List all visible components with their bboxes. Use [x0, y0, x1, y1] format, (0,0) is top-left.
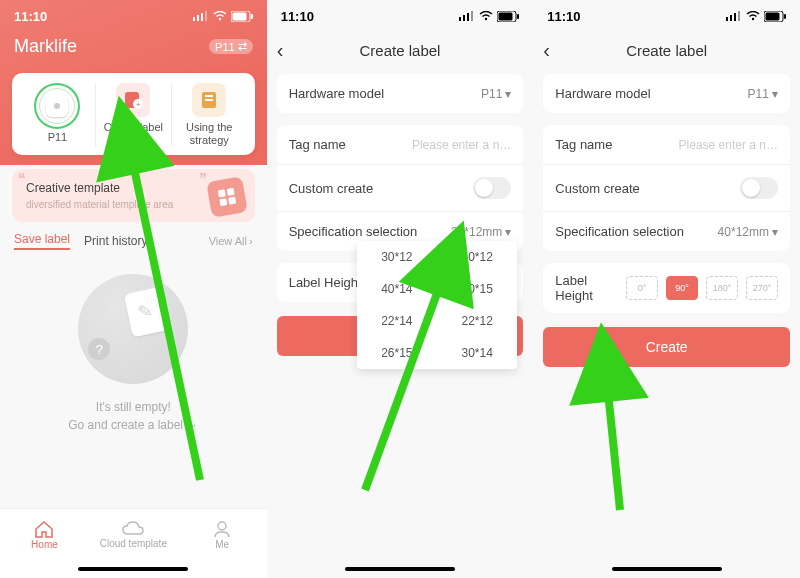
back-button[interactable]: ‹	[277, 39, 284, 62]
status-time: 11:10	[547, 9, 580, 24]
svg-rect-27	[726, 17, 728, 21]
printer-badge-label: P11	[215, 41, 235, 53]
creative-template-banner[interactable]: Creative template diversified material t…	[12, 169, 255, 222]
chevron-right-icon: ›	[249, 235, 253, 247]
status-time: 11:10	[14, 9, 47, 24]
back-button[interactable]: ‹	[543, 39, 550, 62]
rotation-0[interactable]: 0°	[626, 276, 658, 300]
spec-label: Specification selection	[289, 224, 418, 239]
tab-print-history[interactable]: Print history	[84, 234, 147, 248]
spec-option[interactable]: 22*12	[437, 305, 517, 337]
svg-rect-17	[228, 197, 236, 205]
wifi-icon	[479, 11, 493, 21]
signal-icon	[193, 11, 209, 21]
settings-card: Tag name Please enter a n… Custom create…	[277, 125, 524, 251]
spec-option[interactable]: 30*14	[437, 337, 517, 369]
custom-create-row: Custom create	[543, 164, 790, 211]
header: 11:10 Marklife P11 ⇄ P11	[0, 0, 267, 165]
hardware-card: Hardware model P11▾	[277, 74, 524, 113]
signal-icon	[726, 11, 742, 21]
svg-rect-34	[784, 14, 786, 19]
top-nav: ‹ Create label	[533, 32, 800, 68]
nav-me[interactable]: Me	[178, 509, 267, 560]
rotation-270[interactable]: 270°	[746, 276, 778, 300]
tag-name-input[interactable]: Please enter a n…	[679, 138, 778, 152]
create-button[interactable]: Create	[543, 327, 790, 367]
tag-name-input[interactable]: Please enter a n…	[412, 138, 511, 152]
printer-label: P11	[48, 131, 68, 143]
custom-create-toggle[interactable]	[473, 177, 511, 199]
spec-option[interactable]: 50*15	[437, 273, 517, 305]
svg-rect-16	[219, 198, 227, 206]
custom-create-toggle[interactable]	[740, 177, 778, 199]
strategy-button[interactable]: Using the strategy	[171, 83, 247, 147]
view-all-link[interactable]: View All ›	[209, 235, 253, 247]
label-height-label: Label Height	[289, 275, 362, 290]
spec-option[interactable]: 40*12	[437, 241, 517, 273]
spec-option[interactable]: 22*14	[357, 305, 437, 337]
wifi-icon	[746, 11, 760, 21]
screen-create-label-dropdown: 11:10 ‹ Create label Hardware model P11▾…	[267, 0, 534, 578]
battery-icon	[764, 11, 786, 22]
empty-text: It's still empty! Go and create a label …	[68, 398, 198, 434]
nav-cloud-template[interactable]: Cloud template	[89, 509, 178, 560]
svg-rect-13	[205, 99, 213, 101]
create-label-icon: +	[116, 83, 150, 117]
svg-rect-33	[765, 12, 779, 20]
svg-rect-3	[205, 11, 207, 21]
svg-rect-15	[226, 188, 234, 196]
status-indicators	[193, 11, 253, 22]
hardware-model-row[interactable]: Hardware model P11▾	[277, 74, 524, 113]
printer-badge[interactable]: P11 ⇄	[209, 39, 253, 54]
status-time: 11:10	[281, 9, 314, 24]
spec-option[interactable]: 26*15	[357, 337, 437, 369]
label-height-card: Label Height 0° 90° 180° 270°	[543, 263, 790, 313]
swap-icon: ⇄	[238, 40, 247, 53]
top-nav: ‹ Create label	[267, 32, 534, 68]
status-indicators	[459, 11, 519, 22]
tag-name-label: Tag name	[289, 137, 346, 152]
hardware-model-row[interactable]: Hardware model P11▾	[543, 74, 790, 113]
hardware-card: Hardware model P11▾	[543, 74, 790, 113]
svg-rect-7	[251, 14, 253, 19]
rotation-90[interactable]: 90°	[666, 276, 698, 300]
tag-name-row[interactable]: Tag name Please enter a n…	[277, 125, 524, 164]
spec-option[interactable]: 30*12	[357, 241, 437, 273]
strategy-text: Using the strategy	[172, 121, 247, 147]
strategy-icon	[192, 83, 226, 117]
svg-rect-2	[201, 13, 203, 21]
custom-create-label: Custom create	[555, 181, 640, 196]
nav-home[interactable]: Home	[0, 509, 89, 560]
cloud-icon	[122, 521, 144, 537]
action-card: P11 + Create label Using the strategy	[12, 73, 255, 155]
tab-save-label[interactable]: Save label	[14, 232, 70, 250]
printer-icon	[34, 83, 80, 129]
tag-name-row[interactable]: Tag name Please enter a n…	[543, 125, 790, 164]
custom-create-label: Custom create	[289, 181, 374, 196]
spec-dropdown: 30*12 40*12 40*14 50*15 22*14 22*12 26*1…	[357, 241, 518, 369]
svg-rect-1	[197, 15, 199, 21]
create-label-button[interactable]: + Create label	[95, 83, 171, 147]
spec-option[interactable]: 40*14	[357, 273, 437, 305]
home-icon	[34, 520, 54, 538]
spec-selection-row[interactable]: Specification selection 40*12mm▾	[543, 211, 790, 251]
printer-status[interactable]: P11	[20, 83, 95, 147]
creative-icon	[206, 176, 248, 218]
chevron-down-icon: ▾	[505, 87, 511, 101]
svg-rect-12	[205, 95, 213, 97]
label-height-row: Label Height 0° 90° 180° 270°	[543, 263, 790, 313]
history-tabs: Save label Print history View All ›	[0, 222, 267, 254]
rotation-180[interactable]: 180°	[706, 276, 738, 300]
hardware-label: Hardware model	[289, 86, 384, 101]
chevron-down-icon: ▾	[772, 225, 778, 239]
svg-text:+: +	[136, 100, 141, 109]
battery-icon	[497, 11, 519, 22]
page-title: Create label	[626, 42, 707, 59]
home-indicator	[267, 560, 534, 578]
home-indicator	[533, 560, 800, 578]
svg-point-4	[218, 18, 220, 20]
page-title: Create label	[360, 42, 441, 59]
svg-point-18	[218, 522, 226, 530]
battery-icon	[231, 11, 253, 22]
svg-rect-0	[193, 17, 195, 21]
